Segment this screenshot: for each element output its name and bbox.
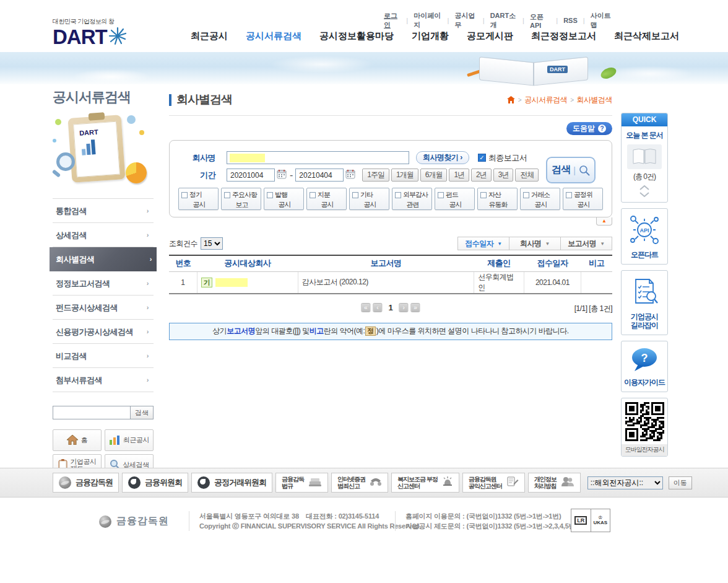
- utility-link-5[interactable]: RSS: [563, 17, 578, 24]
- category-button-1[interactable]: 주요사항보고: [221, 188, 261, 210]
- search-form: 회사명 회사명찾기 › ✓ 최종보고서 기간 - 1주일1개월: [169, 140, 612, 217]
- period-button-3[interactable]: 1년: [449, 169, 469, 182]
- bottom-footer: 금융감독원 서울특별시 영등포구 여의대로 38 대표전화 : 02)3145-…: [0, 498, 728, 544]
- user-guide-link[interactable]: ? 이용자가이드: [621, 341, 668, 392]
- starburst-icon: [108, 27, 127, 48]
- sort-button-2[interactable]: 보고서명▼: [560, 237, 612, 250]
- utility-link-3[interactable]: DART소개: [490, 11, 517, 30]
- main-nav-item-0[interactable]: 최근공시: [191, 30, 228, 42]
- date-from-input[interactable]: [227, 169, 275, 182]
- category-button-9[interactable]: 공정위공시: [563, 188, 603, 210]
- footer-banner-2[interactable]: 공정거래위원회: [191, 473, 272, 493]
- sidebar-menu-item-7[interactable]: 첨부서류검색›: [53, 368, 154, 392]
- final-report-checkbox[interactable]: ✓ 최종보고서: [478, 152, 527, 164]
- period-button-2[interactable]: 6개월: [420, 169, 448, 182]
- sidebar-menu-label: 펀드공시상세검색: [56, 303, 118, 312]
- help-button[interactable]: 도움말 ?: [566, 122, 612, 135]
- footer-banner-1[interactable]: 금융위원회: [122, 473, 188, 493]
- category-label-top: 주요사항: [232, 190, 257, 199]
- sort-button-0[interactable]: 접수일자▼: [457, 237, 509, 250]
- period-button-1[interactable]: 1개월: [391, 169, 418, 182]
- home-icon[interactable]: [507, 96, 515, 103]
- category-label-top: 공정위: [574, 190, 592, 199]
- main-nav-item-3[interactable]: 기업개황: [412, 30, 449, 42]
- scroll-up-icon[interactable]: [622, 185, 667, 191]
- go-button[interactable]: 이동: [669, 476, 692, 489]
- redacted-company-name: [215, 278, 248, 287]
- overseas-disclosure-select[interactable]: ::해외전자공시::: [587, 476, 663, 489]
- period-button-6[interactable]: 전체: [515, 169, 539, 182]
- sidebar-menu-item-6[interactable]: 비교검색›: [53, 344, 154, 368]
- category-button-0[interactable]: 정기공시: [178, 188, 219, 210]
- table-header-5: 비고: [581, 255, 612, 271]
- checkbox-unchecked-icon: [352, 192, 358, 198]
- cell-company[interactable]: 기: [197, 271, 298, 294]
- sidebar-menu-item-5[interactable]: 신용평가공시상세검색›: [53, 320, 154, 344]
- breadcrumb-link-search[interactable]: 공시서류검색: [524, 95, 567, 105]
- period-button-0[interactable]: 1주일: [362, 169, 389, 182]
- footer-banner-7[interactable]: 개인정보처리방침: [528, 473, 581, 493]
- sidebar-search-button[interactable]: 검색: [131, 406, 154, 419]
- result-count-select[interactable]: 15: [201, 237, 223, 250]
- sidebar-menu-item-2[interactable]: 회사별검색›: [50, 247, 157, 271]
- date-to-input[interactable]: [295, 169, 344, 182]
- main-nav-item-1[interactable]: 공시서류검색: [246, 30, 301, 42]
- checkbox-unchecked-icon: [523, 192, 529, 198]
- search-button[interactable]: 검색 |: [546, 157, 596, 183]
- footer-banner-5[interactable]: 복지보조금 부정신고센터: [391, 473, 459, 493]
- dart-page: 로그인|마이페이지|공시업무|DART소개|오픈API|RSS|사이트맵 대한민…: [0, 0, 728, 583]
- utility-link-4[interactable]: 오픈API: [530, 12, 550, 29]
- page-number[interactable]: 1: [388, 303, 392, 312]
- page-next-button[interactable]: ›: [399, 303, 409, 312]
- category-button-6[interactable]: 펀드공시: [435, 188, 475, 210]
- cell-report-name[interactable]: 감사보고서 (2020.12): [298, 271, 474, 294]
- header-banner: DART: [0, 52, 728, 84]
- open-dart-link[interactable]: API 오픈다트: [621, 208, 668, 265]
- page-first-button[interactable]: «: [361, 303, 370, 312]
- sidebar-menu-item-3[interactable]: 정정보고서검색›: [53, 271, 154, 296]
- sidebar-quick-home[interactable]: 홈: [53, 429, 102, 451]
- collapse-form-button[interactable]: ▲: [596, 217, 612, 226]
- main-nav-item-5[interactable]: 최근정정보고서: [531, 30, 596, 42]
- sidebar-menu-item-0[interactable]: 통합검색›: [53, 199, 154, 223]
- calendar-from-icon[interactable]: [276, 169, 287, 181]
- utility-link-6[interactable]: 사이트맵: [591, 11, 613, 30]
- period-button-4[interactable]: 2년: [471, 169, 492, 182]
- main-nav-item-4[interactable]: 공모게시판: [467, 30, 513, 42]
- main-nav-item-2[interactable]: 공시정보활용마당: [319, 30, 394, 42]
- sidebar-search-input[interactable]: [53, 406, 131, 419]
- main-nav-item-6[interactable]: 최근삭제보고서: [614, 30, 679, 42]
- calendar-to-icon[interactable]: [345, 169, 356, 181]
- sidebar-menu-item-1[interactable]: 상세검색›: [53, 223, 154, 247]
- utility-link-1[interactable]: 마이페이지: [414, 11, 441, 30]
- sidebar-menu-item-4[interactable]: 펀드공시상세검색›: [53, 296, 154, 320]
- company-find-button[interactable]: 회사명찾기 ›: [416, 151, 469, 164]
- page-last-button[interactable]: »: [411, 303, 420, 312]
- category-button-3[interactable]: 지분공시: [306, 188, 347, 210]
- footer-banner-strip: 금융감독원금융위원회공정거래위원회금융감독법규인터넷증권범죄신고복지보조금 부정…: [0, 468, 728, 498]
- disclosure-guide-link[interactable]: 기업공시길라잡이: [621, 270, 668, 335]
- company-name-input[interactable]: [227, 151, 409, 164]
- footer-banner-4[interactable]: 인터넷증권범죄신고: [331, 473, 388, 493]
- footer-address: 서울특별시 영등포구 여의대로 38 대표전화 : 02)3145-5114 C…: [189, 511, 421, 531]
- sidebar-quick-bar-chart[interactable]: 최근공시: [105, 429, 154, 451]
- dart-logo[interactable]: 대한민국 기업정보의 창 DART: [53, 17, 145, 48]
- breadcrumb-link-current[interactable]: 회사별검색: [577, 95, 613, 105]
- utility-link-2[interactable]: 공시업무: [454, 11, 477, 30]
- scroll-down-icon[interactable]: [622, 191, 667, 198]
- category-button-5[interactable]: 외부감사관련: [392, 188, 432, 210]
- footer-banner-0[interactable]: 금융감독원: [53, 473, 119, 493]
- open-book-illustration: DART: [474, 56, 598, 84]
- sort-button-1[interactable]: 회사명▼: [509, 237, 561, 250]
- category-button-8[interactable]: 거래소공시: [520, 188, 560, 210]
- footer-banner-3[interactable]: 금융감독법규: [275, 473, 328, 493]
- category-button-7[interactable]: 자산유동화: [477, 188, 518, 210]
- page-prev-button[interactable]: ‹: [373, 303, 382, 312]
- category-button-4[interactable]: 기타공시: [349, 188, 389, 210]
- period-button-5[interactable]: 3년: [493, 169, 514, 182]
- category-button-2[interactable]: 발행공시: [264, 188, 304, 210]
- category-line1: 발행: [267, 190, 302, 199]
- utility-link-0[interactable]: 로그인: [384, 11, 401, 30]
- category-label-bottom: 공시: [523, 200, 558, 209]
- footer-banner-6[interactable]: 금융감독원공익신고센터: [462, 473, 525, 493]
